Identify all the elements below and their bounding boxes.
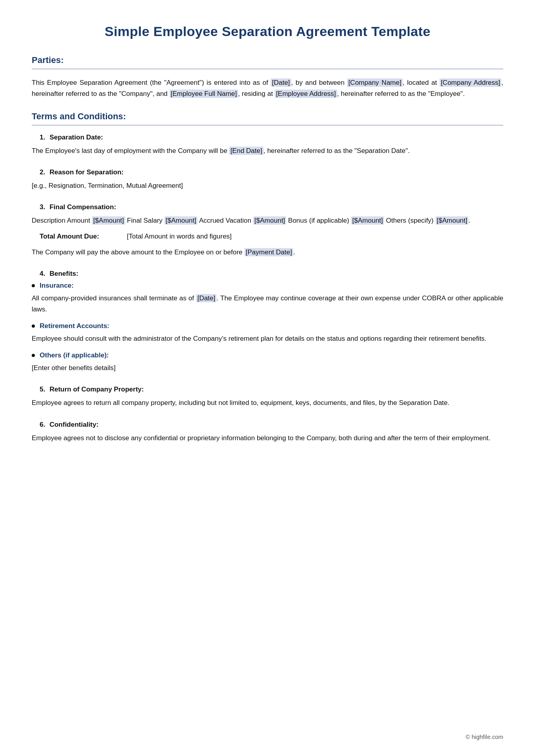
separation-date-section: 1. Separation Date: The Employee's last …	[32, 134, 503, 157]
amount5-highlight: [$Amount]	[436, 216, 469, 225]
company-name-highlight: [Company Name]	[347, 78, 403, 87]
retirement-body: Employee should consult with the adminis…	[32, 333, 503, 344]
benefits-section: 4. Benefits: Insurance: All company-prov…	[32, 270, 503, 374]
insurance-heading: Insurance:	[32, 282, 503, 290]
insurance-item: Insurance: All company-provided insuranc…	[32, 282, 503, 315]
retirement-label: Retirement Accounts:	[40, 322, 109, 330]
copyright-text: © highfile.com	[466, 733, 503, 740]
benefits-title: 4. Benefits:	[40, 270, 503, 278]
terms-heading: Terms and Conditions:	[32, 111, 503, 122]
total-label: Total Amount Due:	[40, 233, 127, 241]
insurance-date-highlight: [Date]	[196, 294, 216, 302]
separation-date-title: 1. Separation Date:	[40, 134, 503, 141]
benefits-label: Benefits:	[50, 270, 78, 277]
compensation-number: 3.	[40, 203, 45, 211]
amount4-highlight: [$Amount]	[351, 216, 384, 225]
employee-address-highlight: [Employee Address]	[275, 90, 337, 98]
end-date-highlight: [End Date]	[229, 147, 263, 155]
amount2-highlight: [$Amount]	[164, 216, 198, 225]
parties-divider	[32, 69, 503, 69]
parties-heading: Parties:	[32, 55, 503, 65]
confidentiality-section: 6. Confidentiality: Employee agrees not …	[32, 421, 503, 444]
compensation-section: 3. Final Compensation: Description Amoun…	[32, 203, 503, 258]
reason-section: 2. Reason for Separation: [e.g., Resigna…	[32, 168, 503, 191]
parties-body: This Employee Separation Agreement (the …	[32, 77, 503, 99]
compensation-title: 3. Final Compensation:	[40, 203, 503, 211]
property-number: 5.	[40, 386, 45, 393]
insurance-body: All company-provided insurances shall te…	[32, 293, 503, 315]
compensation-label: Final Compensation:	[50, 203, 116, 211]
separation-date-body: The Employee's last day of employment wi…	[32, 145, 503, 157]
amount1-highlight: [$Amount]	[92, 216, 125, 225]
others-benefits-bullet	[32, 354, 35, 357]
insurance-label: Insurance:	[40, 282, 74, 290]
date-highlight: [Date]	[271, 78, 291, 87]
retirement-bullet	[32, 325, 35, 328]
company-address-highlight: [Company Address]	[439, 78, 501, 87]
retirement-heading: Retirement Accounts:	[32, 322, 503, 330]
separation-date-label: Separation Date:	[50, 134, 103, 141]
benefits-number: 4.	[40, 270, 45, 277]
confidentiality-number: 6.	[40, 421, 45, 428]
reason-title: 2. Reason for Separation:	[40, 168, 503, 176]
page-title: Simple Employee Separation Agreement Tem…	[32, 24, 503, 39]
payment-text: The Company will pay the above amount to…	[32, 247, 503, 258]
reason-label: Reason for Separation:	[50, 168, 124, 176]
compensation-body: Description Amount [$Amount] Final Salar…	[32, 215, 503, 226]
confidentiality-body: Employee agrees not to disclose any conf…	[32, 433, 503, 444]
confidentiality-label: Confidentiality:	[50, 421, 99, 428]
total-amount-row: Total Amount Due: [Total Amount in words…	[40, 233, 503, 241]
property-section: 5. Return of Company Property: Employee …	[32, 386, 503, 409]
employee-name-highlight: [Employee Full Name]	[170, 90, 238, 98]
others-benefits-body: [Enter other benefits details]	[32, 363, 503, 374]
retirement-item: Retirement Accounts: Employee should con…	[32, 322, 503, 344]
property-body: Employee agrees to return all company pr…	[32, 397, 503, 409]
insurance-bullet	[32, 284, 35, 287]
others-benefits-heading: Others (if applicable):	[32, 351, 503, 359]
property-title: 5. Return of Company Property:	[40, 386, 503, 393]
reason-body: [e.g., Resignation, Termination, Mutual …	[32, 180, 503, 191]
terms-divider	[32, 125, 503, 126]
total-value: [Total Amount in words and figures]	[127, 233, 232, 241]
reason-number: 2.	[40, 168, 45, 176]
terms-section: Terms and Conditions: 1. Separation Date…	[32, 111, 503, 443]
payment-date-highlight: [Payment Date]	[245, 248, 293, 256]
separation-date-number: 1.	[40, 134, 45, 141]
parties-section: Parties: This Employee Separation Agreem…	[32, 55, 503, 99]
confidentiality-title: 6. Confidentiality:	[40, 421, 503, 429]
others-benefits-item: Others (if applicable): [Enter other ben…	[32, 351, 503, 374]
others-benefits-label: Others (if applicable):	[40, 351, 109, 359]
property-label: Return of Company Property:	[50, 386, 144, 393]
page-container: Simple Employee Separation Agreement Tem…	[32, 24, 503, 444]
amount3-highlight: [$Amount]	[253, 216, 287, 225]
